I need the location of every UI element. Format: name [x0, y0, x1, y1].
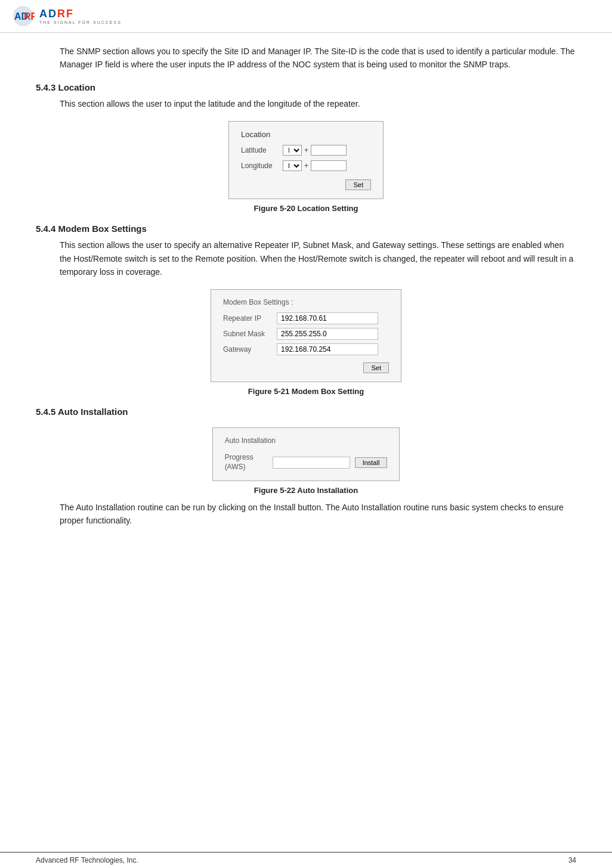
repeater-ip-row: Repeater IP [223, 312, 389, 324]
gateway-row: Gateway [223, 343, 389, 355]
figure-520-caption: Figure 5-20 Location Setting [254, 204, 358, 213]
longitude-input[interactable] [311, 160, 347, 171]
section-544-paragraph: This section allows the user to specify … [36, 238, 576, 278]
longitude-label: Longitude [241, 162, 283, 170]
location-ui-box: Location Latitude N S + Longitude E W [228, 121, 384, 199]
subnet-mask-input[interactable] [277, 328, 378, 340]
latitude-label: Latitude [241, 146, 283, 154]
auto-progress-label: Progress(AWS) [225, 453, 273, 472]
gateway-label: Gateway [223, 345, 277, 354]
modem-btn-row: Set [223, 359, 389, 373]
longitude-row: Longitude E W + [241, 160, 371, 171]
gateway-input[interactable] [277, 343, 378, 355]
location-btn-row: Set [241, 176, 371, 190]
section-543: 5.4.3 Location This section allows the u… [36, 82, 576, 213]
repeater-ip-label: Repeater IP [223, 314, 277, 323]
footer-page-number: 34 [568, 856, 576, 864]
auto-progress-bar [273, 457, 350, 469]
figure-location-container: Location Latitude N S + Longitude E W [36, 121, 576, 213]
logo-area: AD RF ADRF THE SIGNAL FOR SUCCESS [12, 5, 122, 27]
modem-set-button[interactable]: Set [363, 362, 389, 373]
footer-company: Advanced RF Technologies, Inc. [36, 856, 138, 864]
intro-paragraph: The SNMP section allows you to specify t… [36, 45, 576, 72]
logo-text: ADRF [39, 8, 122, 20]
latitude-row: Latitude N S + [241, 145, 371, 156]
longitude-dir-select[interactable]: E W [283, 160, 302, 171]
location-ui-title: Location [241, 130, 371, 139]
figure-522-caption: Figure 5-22 Auto Installation [254, 486, 358, 495]
modem-ui-box: Modem Box Settings : Repeater IP Subnet … [211, 289, 401, 382]
latitude-plus: + [304, 146, 308, 154]
auto-ui-box: Auto Installation Progress(AWS) Install [212, 427, 400, 480]
section-543-paragraph: This section allows the user to input th… [36, 97, 576, 110]
auto-title: Auto Installation [225, 436, 388, 445]
subnet-mask-row: Subnet Mask [223, 328, 389, 340]
page-header: AD RF ADRF THE SIGNAL FOR SUCCESS [0, 0, 612, 33]
install-button[interactable]: Install [355, 457, 388, 468]
section-544: 5.4.4 Modem Box Settings This section al… [36, 224, 576, 396]
latitude-input[interactable] [311, 145, 347, 156]
section-545-heading: 5.4.5 Auto Installation [36, 407, 576, 417]
logo-tagline: THE SIGNAL FOR SUCCESS [39, 20, 122, 24]
longitude-plus: + [304, 162, 308, 170]
subnet-mask-label: Subnet Mask [223, 330, 277, 338]
page-content: The SNMP section allows you to specify t… [0, 39, 612, 554]
section-545-paragraph: The Auto Installation routine can be run… [36, 501, 576, 528]
section-545: 5.4.5 Auto Installation Auto Installatio… [36, 407, 576, 527]
section-544-heading: 5.4.4 Modem Box Settings [36, 224, 576, 234]
auto-progress-row: Progress(AWS) Install [225, 453, 388, 472]
page-footer: Advanced RF Technologies, Inc. 34 [0, 852, 612, 868]
figure-521-caption: Figure 5-21 Modem Box Setting [248, 387, 364, 396]
svg-text:RF: RF [24, 11, 35, 21]
section-543-heading: 5.4.3 Location [36, 82, 576, 92]
modem-title: Modem Box Settings : [223, 298, 389, 306]
figure-auto-container: Auto Installation Progress(AWS) Install … [36, 427, 576, 494]
figure-modem-container: Modem Box Settings : Repeater IP Subnet … [36, 289, 576, 396]
repeater-ip-input[interactable] [277, 312, 378, 324]
latitude-dir-select[interactable]: N S [283, 145, 302, 156]
adrf-logo-icon: AD RF [12, 5, 35, 27]
location-set-button[interactable]: Set [345, 179, 371, 190]
